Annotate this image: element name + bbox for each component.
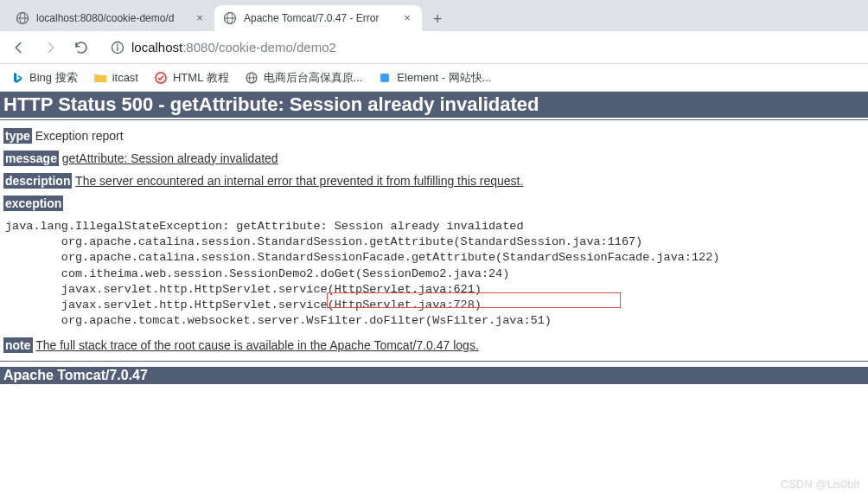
bookmark-html-tutorial[interactable]: HTML 教程: [154, 70, 229, 86]
tabstrip: localhost:8080/cookie-demo/d × Apache To…: [0, 0, 868, 31]
note-row: note The full stack trace of the root ca…: [3, 338, 865, 352]
globe-icon: [16, 11, 29, 25]
globe-icon: [223, 11, 237, 25]
new-tab-button[interactable]: +: [425, 7, 450, 31]
close-icon[interactable]: ×: [194, 12, 206, 24]
description-label: description: [3, 173, 72, 189]
description-row: description The server encountered an in…: [3, 174, 865, 188]
bookmarks-bar: Bing 搜索 itcast HTML 教程 电商后台高保真原... Eleme…: [0, 64, 868, 92]
svg-rect-13: [380, 74, 389, 82]
tomcat-footer: Apache Tomcat/7.0.47: [0, 367, 868, 384]
element-icon: [378, 71, 392, 85]
bookmark-label: Element - 网站快...: [397, 70, 491, 86]
bookmark-ecommerce[interactable]: 电商后台高保真原...: [245, 70, 363, 86]
exception-row: exception: [3, 196, 865, 210]
tab-title: localhost:8080/cookie-demo/d: [36, 12, 187, 24]
type-row: type Exception report: [3, 129, 865, 143]
type-value: Exception report: [32, 129, 124, 143]
exception-label: exception: [3, 196, 63, 211]
runoob-icon: [154, 71, 168, 85]
type-label: type: [3, 128, 32, 144]
reload-button[interactable]: [69, 35, 93, 60]
bing-icon: [10, 71, 24, 85]
bookmark-label: Bing 搜索: [29, 70, 78, 86]
tab-title: Apache Tomcat/7.0.47 - Error: [244, 12, 394, 24]
site-info-icon[interactable]: [111, 41, 124, 55]
forward-button[interactable]: [38, 35, 62, 60]
folder-icon: [93, 71, 107, 85]
address-bar[interactable]: localhost:8080/cookie-demo/demo2: [100, 35, 861, 61]
toolbar: localhost:8080/cookie-demo/demo2: [0, 31, 868, 64]
stacktrace: java.lang.IllegalStateException: getAttr…: [5, 219, 863, 330]
globe-icon: [245, 71, 258, 85]
bookmark-bing[interactable]: Bing 搜索: [10, 70, 78, 86]
message-value: getAttribute: Session already invalidate…: [62, 151, 278, 165]
bookmark-label: HTML 教程: [173, 70, 229, 86]
close-icon[interactable]: ×: [401, 12, 413, 24]
watermark: CSDN @Lis0bit: [781, 478, 859, 491]
note-label: note: [3, 337, 33, 353]
divider: [0, 361, 868, 362]
bookmark-label: 电商后台高保真原...: [264, 70, 363, 86]
browser-chrome: localhost:8080/cookie-demo/d × Apache To…: [0, 0, 868, 92]
message-row: message getAttribute: Session already in…: [3, 151, 865, 165]
description-value: The server encountered an internal error…: [75, 174, 523, 188]
error-heading: HTTP Status 500 - getAttribute: Session …: [0, 92, 868, 118]
bookmark-element[interactable]: Element - 网站快...: [378, 70, 491, 86]
message-label: message: [3, 151, 59, 166]
browser-tab-1[interactable]: Apache Tomcat/7.0.47 - Error ×: [214, 5, 422, 31]
tomcat-error-page: HTTP Status 500 - getAttribute: Session …: [0, 92, 868, 384]
bookmark-label: itcast: [112, 71, 138, 84]
url-text: localhost:8080/cookie-demo/demo2: [131, 40, 336, 55]
back-button[interactable]: [7, 35, 31, 60]
bookmark-itcast[interactable]: itcast: [93, 71, 138, 85]
svg-rect-8: [117, 47, 118, 51]
note-value: The full stack trace of the root cause i…: [35, 338, 479, 352]
divider: [0, 119, 868, 120]
svg-point-7: [117, 44, 118, 46]
browser-tab-0[interactable]: localhost:8080/cookie-demo/d ×: [7, 5, 214, 31]
